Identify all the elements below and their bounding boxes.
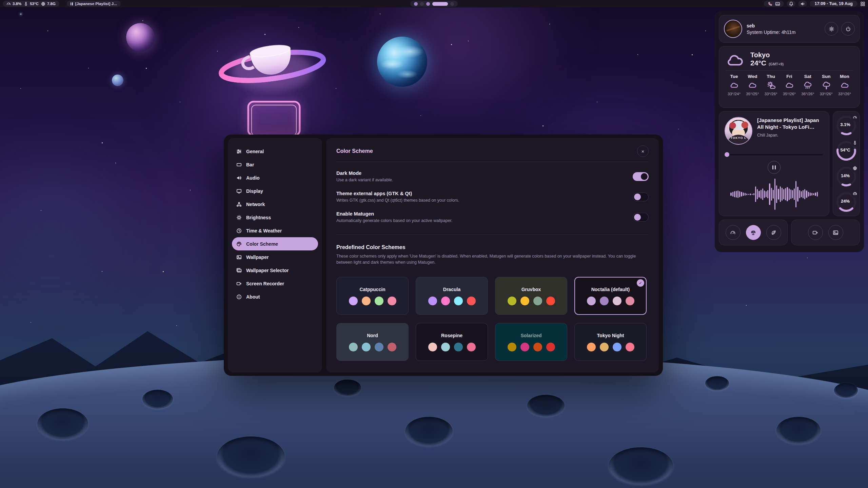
- sidebar-item-wallpaper-selector[interactable]: Wallpaper Selector: [232, 264, 318, 277]
- forecast-day: Sat 36°/26°: [799, 74, 816, 96]
- track-artist: Chill Japan.: [757, 133, 824, 138]
- color-dot: [454, 343, 463, 351]
- color-dot: [441, 343, 450, 351]
- sidebar-item-color-scheme[interactable]: Color Scheme: [232, 237, 318, 250]
- workspace-dot[interactable]: [426, 2, 430, 6]
- memory-stat: 7.8G: [41, 2, 56, 6]
- play-pause-button[interactable]: [768, 161, 781, 174]
- cloud-icon: [747, 80, 757, 90]
- sidebar-item-brightness[interactable]: Brightness: [232, 211, 318, 224]
- dark-mode-desc: Use a dark variant if available.: [336, 178, 393, 182]
- sidebar-item-general[interactable]: General: [232, 145, 318, 158]
- balanced-mode-button[interactable]: [746, 225, 761, 240]
- color-dot: [533, 343, 542, 351]
- scheme-card-rosepine[interactable]: Rosepine: [416, 323, 488, 361]
- sidebar-item-about[interactable]: About: [232, 290, 318, 303]
- tray-pill[interactable]: [764, 1, 784, 7]
- color-dot: [613, 343, 622, 351]
- dark-mode-toggle[interactable]: [633, 172, 649, 181]
- color-dot: [428, 297, 437, 305]
- color-dot: [467, 343, 476, 351]
- album-art: TOKYO L: [725, 117, 752, 145]
- color-dot: [428, 343, 437, 351]
- sidebar-item-label: Wallpaper: [246, 255, 269, 260]
- sidebar-item-display[interactable]: Display: [232, 184, 318, 198]
- volume-pill[interactable]: [798, 1, 807, 7]
- thermometer-icon: [851, 139, 859, 146]
- enable-matugen-label: Enable Matugen: [336, 211, 453, 217]
- settings-button[interactable]: [825, 22, 838, 36]
- seek-bar[interactable]: [725, 152, 824, 157]
- close-button[interactable]: ×: [637, 145, 649, 157]
- screenshot-icon[interactable]: [775, 1, 780, 6]
- purple-planet: [126, 23, 155, 52]
- scheme-card-noctalia[interactable]: ✓ Noctalia (default): [574, 277, 647, 315]
- forecast-row: Tue 33°/24° Wed 35°/25° Thu 33°/26° Fri …: [725, 74, 853, 96]
- scheme-grid: Catppuccin Dracula Gruvbox ✓ Noctalia (d…: [336, 277, 649, 361]
- color-dot: [587, 343, 596, 351]
- sidebar-item-screen-recorder[interactable]: Screen Recorder: [232, 277, 318, 290]
- sidebar-item-label: General: [246, 149, 264, 154]
- notifications-pill[interactable]: [787, 1, 795, 7]
- sidebar-item-audio[interactable]: Audio: [232, 171, 318, 184]
- eco-mode-button[interactable]: [766, 225, 781, 240]
- speaker-icon: [236, 175, 242, 181]
- divider: [336, 162, 649, 162]
- theme-external-label: Theme external apps (GTK & Qt): [336, 191, 459, 196]
- rain-cloud-icon: [803, 80, 813, 90]
- sidebar-item-wallpaper[interactable]: Wallpaper: [232, 250, 318, 264]
- chip-icon: [41, 2, 45, 6]
- username: seb: [747, 23, 795, 28]
- gauge-icon: [730, 230, 736, 236]
- system-stats-pill[interactable]: 3.8% 53°C 7.8G: [3, 1, 59, 7]
- theme-external-toggle[interactable]: [633, 192, 649, 201]
- divider: [336, 235, 649, 235]
- workspace-dot[interactable]: [420, 2, 424, 6]
- sidebar-item-bar[interactable]: Bar: [232, 158, 318, 171]
- temp-gauge: 54°C: [835, 140, 857, 162]
- wallpaper-button[interactable]: [828, 225, 843, 240]
- workspace-indicator[interactable]: [410, 1, 458, 7]
- enable-matugen-row: Enable Matugen Automatically generate co…: [336, 211, 649, 223]
- cloud-icon: [784, 80, 794, 90]
- workspace-dot[interactable]: [450, 2, 454, 6]
- clock-widget[interactable]: 17:09 - Tue, 19 Aug: [810, 1, 857, 7]
- saturn-cup-art: [200, 20, 346, 137]
- enable-matugen-toggle[interactable]: [633, 213, 649, 222]
- cloud-icon: [840, 80, 850, 90]
- speaker-icon[interactable]: [800, 1, 805, 6]
- scheme-card-nord[interactable]: Nord: [336, 323, 409, 361]
- sidebar-item-label: Bar: [246, 162, 254, 167]
- phone-icon[interactable]: [768, 1, 773, 6]
- color-dot: [349, 297, 358, 305]
- workspace-dot-active[interactable]: [432, 2, 448, 6]
- screen-record-button[interactable]: [808, 225, 823, 240]
- performance-button[interactable]: [726, 225, 741, 240]
- monitor-icon: [236, 188, 242, 194]
- workspace-dot[interactable]: [414, 2, 418, 6]
- power-button[interactable]: [841, 22, 855, 36]
- bell-icon[interactable]: [789, 1, 794, 6]
- scheme-card-dracula[interactable]: Dracula: [416, 277, 488, 315]
- color-dot: [520, 343, 529, 351]
- theme-external-desc: Writes GTK (gtk.css) and Qt (qt6ct) them…: [336, 198, 459, 203]
- scheme-name: Tokyo Night: [597, 333, 624, 338]
- color-dot: [388, 297, 396, 305]
- theme-external-row: Theme external apps (GTK & Qt) Writes GT…: [336, 191, 649, 203]
- sidebar-item-network[interactable]: Network: [232, 198, 318, 211]
- weather-temp: 24°C: [750, 59, 766, 67]
- seek-knob[interactable]: [725, 152, 729, 157]
- apps-grid-icon[interactable]: [860, 1, 865, 6]
- cloud-icon: [729, 80, 739, 90]
- media-pill[interactable]: [Japanese Playlist] J...: [67, 1, 121, 7]
- sidebar-item-label: Color Scheme: [246, 241, 278, 247]
- scheme-card-solarized[interactable]: Solarized: [495, 323, 567, 361]
- scheme-card-tokyo-night[interactable]: Tokyo Night: [574, 323, 647, 361]
- color-dot: [441, 297, 450, 305]
- power-icon: [845, 26, 851, 32]
- sidebar-item-time-weather[interactable]: Time & Weather: [232, 224, 318, 237]
- scheme-card-catppuccin[interactable]: Catppuccin: [336, 277, 409, 315]
- side-panel: seb System Uptime: 4h11m Tokyo 24°C (GMT…: [715, 11, 864, 252]
- scheme-card-gruvbox[interactable]: Gruvbox: [495, 277, 567, 315]
- palette-icon: [236, 241, 242, 247]
